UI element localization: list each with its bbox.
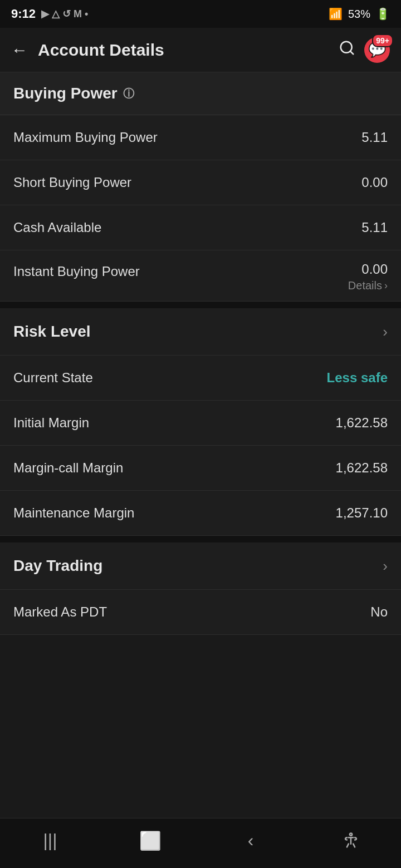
accessibility-nav-button[interactable]	[334, 824, 368, 857]
day-trading-chevron-icon: ›	[383, 558, 388, 575]
short-buying-power-row: Short Buying Power 0.00	[0, 160, 401, 205]
short-buying-power-value: 0.00	[361, 175, 388, 190]
maintenance-margin-row: Maintenance Margin 1,257.10	[0, 491, 401, 536]
battery-icon: 🔋	[376, 7, 390, 21]
risk-level-row[interactable]: Risk Level ›	[0, 308, 401, 356]
wifi-icon: 📶	[329, 7, 343, 21]
details-link[interactable]: Details ›	[348, 279, 388, 292]
maximum-buying-power-row: Maximum Buying Power 5.11	[0, 115, 401, 160]
buying-power-title: Buying Power ⓘ	[13, 85, 134, 102]
cash-available-value: 5.11	[361, 220, 388, 235]
page-title: Account Details	[38, 41, 164, 60]
content-area: Buying Power ⓘ Maximum Buying Power 5.11…	[0, 72, 401, 818]
search-icon[interactable]	[339, 40, 355, 60]
instant-buying-power-row: Instant Buying Power 0.00 Details ›	[0, 250, 401, 302]
section-divider-2	[0, 536, 401, 542]
maximum-buying-power-label: Maximum Buying Power	[13, 130, 158, 145]
cash-available-label: Cash Available	[13, 220, 101, 235]
status-icons: ▶ △ ↺ M •	[41, 8, 88, 20]
short-buying-power-label: Short Buying Power	[13, 175, 131, 190]
current-state-row: Current State Less safe	[0, 356, 401, 401]
svg-line-1	[350, 51, 353, 54]
status-time: 9:12 ▶ △ ↺ M •	[11, 7, 88, 21]
menu-nav-button[interactable]: |||	[33, 824, 67, 857]
buying-power-section-header: Buying Power ⓘ	[0, 72, 401, 115]
day-trading-label: Day Trading	[13, 557, 102, 575]
instant-buying-power-label: Instant Buying Power	[13, 262, 140, 279]
app-bar-left: ← Account Details	[11, 41, 164, 60]
back-button[interactable]: ←	[11, 42, 28, 58]
time-display: 9:12	[11, 7, 36, 21]
back-nav-button[interactable]: ‹	[234, 824, 267, 857]
initial-margin-value: 1,622.58	[336, 415, 388, 431]
app-bar: ← Account Details 💬 99+	[0, 28, 401, 72]
marked-as-pdt-row: Marked As PDT No	[0, 590, 401, 635]
info-icon[interactable]: ⓘ	[123, 86, 134, 101]
day-trading-row[interactable]: Day Trading ›	[0, 542, 401, 590]
risk-level-label: Risk Level	[13, 323, 91, 341]
risk-level-chevron-icon: ›	[383, 323, 388, 341]
initial-margin-row: Initial Margin 1,622.58	[0, 401, 401, 446]
buying-power-label: Buying Power	[13, 85, 118, 102]
initial-margin-label: Initial Margin	[13, 415, 89, 431]
instant-buying-power-value: 0.00	[361, 262, 388, 277]
maintenance-margin-value: 1,257.10	[336, 505, 388, 521]
battery-level: 53%	[348, 8, 370, 21]
instant-buying-power-right: 0.00 Details ›	[348, 262, 388, 292]
margin-call-margin-label: Margin-call Margin	[13, 460, 123, 476]
status-right: 📶 53% 🔋	[329, 7, 390, 21]
details-label: Details	[348, 279, 382, 292]
maintenance-margin-label: Maintenance Margin	[13, 505, 134, 521]
section-divider-1	[0, 302, 401, 308]
current-state-label: Current State	[13, 370, 93, 386]
nav-bar: ||| ⬜ ‹	[0, 818, 401, 868]
marked-as-pdt-value: No	[370, 604, 388, 620]
app-bar-right: 💬 99+	[339, 37, 390, 63]
details-chevron-icon: ›	[384, 280, 388, 292]
margin-call-margin-value: 1,622.58	[336, 460, 388, 476]
status-bar: 9:12 ▶ △ ↺ M • 📶 53% 🔋	[0, 0, 401, 28]
maximum-buying-power-value: 5.11	[361, 130, 388, 145]
chat-button[interactable]: 💬 99+	[364, 37, 390, 63]
current-state-value: Less safe	[327, 370, 388, 386]
home-nav-button[interactable]: ⬜	[134, 824, 167, 857]
cash-available-row: Cash Available 5.11	[0, 205, 401, 250]
svg-point-2	[350, 833, 352, 835]
marked-as-pdt-label: Marked As PDT	[13, 604, 107, 620]
margin-call-margin-row: Margin-call Margin 1,622.58	[0, 446, 401, 491]
chat-badge: 99+	[372, 34, 393, 47]
